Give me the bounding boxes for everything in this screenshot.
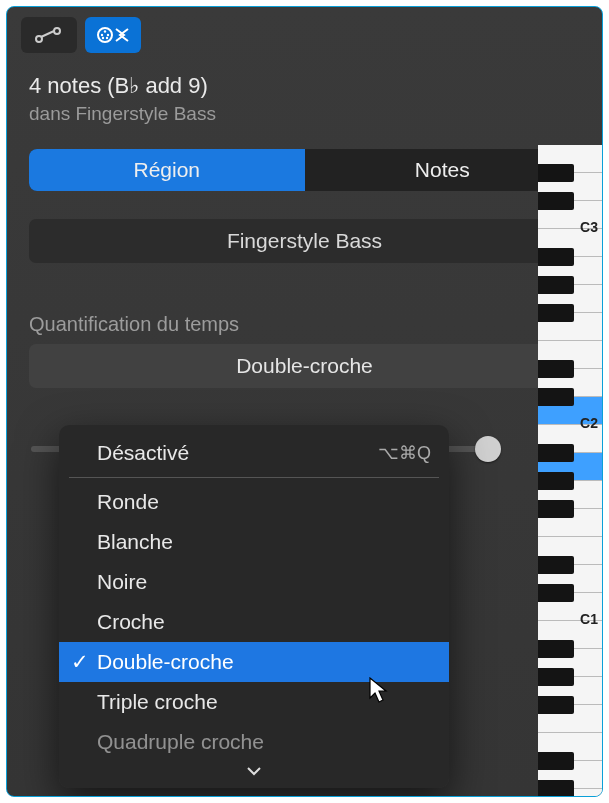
black-key[interactable]: [538, 780, 574, 797]
black-key[interactable]: [538, 696, 574, 714]
quantize-menu: Désactivé ⌥⌘Q RondeBlancheNoireCroche✓Do…: [59, 425, 449, 788]
inspector-tabs: Région Notes: [29, 149, 580, 191]
menu-item-label: Quadruple croche: [97, 730, 264, 754]
slider-knob[interactable]: [475, 436, 501, 462]
svg-point-4: [101, 34, 103, 36]
black-key[interactable]: [538, 248, 574, 266]
chevron-down-icon: [246, 766, 262, 776]
svg-point-2: [54, 28, 60, 34]
black-key[interactable]: [538, 192, 574, 210]
time-quantize-label: Quantification du temps: [29, 313, 580, 336]
menu-item-off[interactable]: Désactivé ⌥⌘Q: [59, 433, 449, 473]
menu-item-1[interactable]: Blanche: [59, 522, 449, 562]
svg-point-5: [107, 34, 109, 36]
region-name-field[interactable]: Fingerstyle Bass: [29, 219, 580, 263]
black-key[interactable]: [538, 556, 574, 574]
menu-item-label: Croche: [97, 610, 165, 634]
menu-item-0[interactable]: Ronde: [59, 482, 449, 522]
svg-point-8: [106, 37, 108, 39]
midi-in-toggle[interactable]: [85, 17, 141, 53]
menu-item-2[interactable]: Noire: [59, 562, 449, 602]
menu-item-label: Blanche: [97, 530, 173, 554]
svg-point-3: [98, 28, 112, 42]
black-key[interactable]: [538, 668, 574, 686]
time-quantize-dropdown[interactable]: Double-croche ▴▾: [29, 344, 580, 388]
selection-header: 4 notes (B♭ add 9) dans Fingerstyle Bass: [7, 63, 602, 139]
black-key[interactable]: [538, 444, 574, 462]
octave-label-c3: C3: [580, 219, 598, 235]
svg-line-1: [41, 31, 54, 37]
black-key[interactable]: [538, 164, 574, 182]
menu-item-label: Ronde: [97, 490, 159, 514]
automation-toggle[interactable]: [21, 17, 77, 53]
black-key[interactable]: [538, 388, 574, 406]
black-key[interactable]: [538, 584, 574, 602]
inspector-panel: 4 notes (B♭ add 9) dans Fingerstyle Bass…: [6, 6, 603, 797]
check-icon: ✓: [71, 650, 89, 674]
selection-subtitle: dans Fingerstyle Bass: [29, 103, 580, 125]
black-key[interactable]: [538, 640, 574, 658]
menu-separator: [69, 477, 439, 478]
time-quantize-value: Double-croche: [236, 354, 373, 378]
black-key[interactable]: [538, 752, 574, 770]
black-key[interactable]: [538, 276, 574, 294]
menu-item-label: Noire: [97, 570, 147, 594]
menu-item-label: Triple croche: [97, 690, 218, 714]
automation-icon: [34, 26, 64, 44]
black-key[interactable]: [538, 472, 574, 490]
toolbar: [7, 7, 602, 63]
black-key[interactable]: [538, 360, 574, 378]
menu-shortcut: ⌥⌘Q: [378, 442, 431, 464]
midi-in-icon: [96, 25, 130, 45]
menu-item-5[interactable]: Triple croche: [59, 682, 449, 722]
menu-item-4[interactable]: ✓Double-croche: [59, 642, 449, 682]
octave-label-c2: C2: [580, 415, 598, 431]
selection-title: 4 notes (B♭ add 9): [29, 73, 580, 99]
black-key[interactable]: [538, 500, 574, 518]
menu-item-label: Double-croche: [97, 650, 234, 674]
tab-region[interactable]: Région: [29, 149, 305, 191]
black-key[interactable]: [538, 304, 574, 322]
piano-keyboard[interactable]: C3C2C1: [538, 145, 602, 796]
svg-point-7: [102, 37, 104, 39]
menu-item-6[interactable]: Quadruple croche: [59, 722, 449, 762]
menu-scroll-down[interactable]: [59, 762, 449, 786]
octave-label-c1: C1: [580, 611, 598, 627]
menu-item-3[interactable]: Croche: [59, 602, 449, 642]
svg-point-6: [104, 30, 106, 32]
